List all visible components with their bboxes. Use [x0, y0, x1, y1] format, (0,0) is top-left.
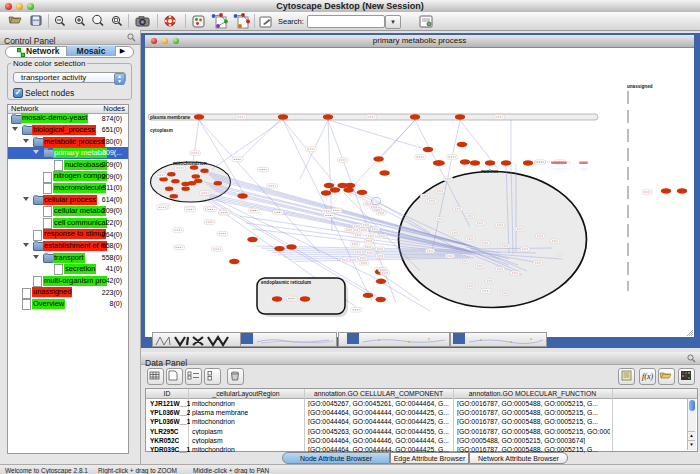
- svg-text:nucleus: nucleus: [481, 169, 499, 174]
- svg-text:plasma membrane: plasma membrane: [150, 115, 191, 120]
- svg-text:mitochondrion: mitochondrion: [173, 161, 207, 166]
- svg-text:f(x): f(x): [642, 372, 653, 381]
- svg-text:endoplasmic reticulum: endoplasmic reticulum: [261, 280, 311, 285]
- svg-text:cytoplasm: cytoplasm: [150, 128, 173, 133]
- svg-text:unassigned: unassigned: [627, 84, 653, 89]
